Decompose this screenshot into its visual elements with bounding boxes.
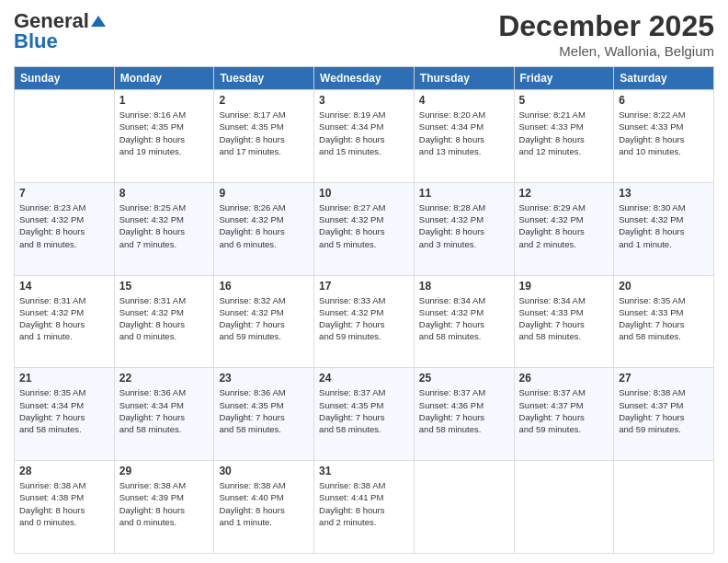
day-info: Sunrise: 8:31 AMSunset: 4:32 PMDaylight:… (119, 294, 210, 343)
day-info: Sunrise: 8:38 AMSunset: 4:41 PMDaylight:… (319, 479, 409, 528)
calendar-day-cell: 23Sunrise: 8:36 AMSunset: 4:35 PMDayligh… (214, 368, 314, 461)
day-info: Sunrise: 8:19 AMSunset: 4:34 PMDaylight:… (319, 109, 409, 157)
day-info: Sunrise: 8:38 AMSunset: 4:37 PMDaylight:… (619, 386, 709, 435)
day-info: Sunrise: 8:16 AMSunset: 4:35 PMDaylight:… (119, 109, 210, 157)
day-info: Sunrise: 8:35 AMSunset: 4:33 PMDaylight:… (619, 294, 709, 343)
day-number: 17 (319, 280, 409, 293)
day-number: 4 (419, 94, 509, 107)
calendar-table: SundayMondayTuesdayWednesdayThursdayFrid… (14, 66, 714, 554)
day-info: Sunrise: 8:22 AMSunset: 4:33 PMDaylight:… (619, 109, 709, 157)
day-info: Sunrise: 8:30 AMSunset: 4:32 PMDaylight:… (619, 201, 709, 250)
calendar-day-cell (514, 461, 614, 554)
calendar-day-cell: 21Sunrise: 8:35 AMSunset: 4:34 PMDayligh… (15, 368, 115, 461)
day-of-week-header: Sunday (15, 67, 115, 90)
day-number: 11 (419, 187, 509, 200)
day-number: 23 (219, 372, 309, 385)
day-number: 22 (119, 372, 210, 385)
calendar-day-cell: 25Sunrise: 8:37 AMSunset: 4:36 PMDayligh… (414, 368, 514, 461)
day-info: Sunrise: 8:33 AMSunset: 4:32 PMDaylight:… (319, 294, 409, 343)
day-of-week-header: Monday (114, 67, 214, 90)
day-info: Sunrise: 8:37 AMSunset: 4:37 PMDaylight:… (519, 386, 609, 435)
day-info: Sunrise: 8:29 AMSunset: 4:32 PMDaylight:… (519, 201, 609, 250)
day-number: 20 (619, 280, 709, 293)
day-info: Sunrise: 8:36 AMSunset: 4:34 PMDaylight:… (119, 386, 210, 435)
location-subtitle: Melen, Wallonia, Belgium (498, 43, 714, 59)
calendar-day-cell: 5Sunrise: 8:21 AMSunset: 4:33 PMDaylight… (514, 90, 614, 183)
day-number: 25 (419, 372, 509, 385)
calendar-week-row: 21Sunrise: 8:35 AMSunset: 4:34 PMDayligh… (15, 368, 714, 461)
day-info: Sunrise: 8:23 AMSunset: 4:32 PMDaylight:… (19, 201, 109, 250)
calendar-day-cell: 12Sunrise: 8:29 AMSunset: 4:32 PMDayligh… (514, 182, 614, 275)
calendar-day-cell (15, 90, 115, 183)
day-info: Sunrise: 8:38 AMSunset: 4:40 PMDaylight:… (219, 479, 309, 528)
calendar-day-cell: 24Sunrise: 8:37 AMSunset: 4:35 PMDayligh… (314, 368, 415, 461)
calendar-day-cell: 15Sunrise: 8:31 AMSunset: 4:32 PMDayligh… (114, 275, 214, 368)
day-info: Sunrise: 8:34 AMSunset: 4:32 PMDaylight:… (419, 294, 509, 343)
day-number: 18 (419, 280, 509, 293)
calendar-day-cell: 4Sunrise: 8:20 AMSunset: 4:34 PMDaylight… (414, 90, 514, 183)
calendar-day-cell: 26Sunrise: 8:37 AMSunset: 4:37 PMDayligh… (514, 368, 614, 461)
day-number: 24 (319, 372, 409, 385)
calendar-day-cell: 29Sunrise: 8:38 AMSunset: 4:39 PMDayligh… (114, 461, 214, 554)
calendar-day-cell: 3Sunrise: 8:19 AMSunset: 4:34 PMDaylight… (314, 90, 415, 183)
day-info: Sunrise: 8:25 AMSunset: 4:32 PMDaylight:… (119, 201, 210, 250)
day-info: Sunrise: 8:37 AMSunset: 4:35 PMDaylight:… (319, 386, 409, 435)
calendar-day-cell: 28Sunrise: 8:38 AMSunset: 4:38 PMDayligh… (15, 461, 115, 554)
day-number: 10 (319, 187, 409, 200)
calendar-day-cell: 19Sunrise: 8:34 AMSunset: 4:33 PMDayligh… (514, 275, 614, 368)
logo: General Blue (14, 9, 106, 53)
page-container: General Blue December 2025 Melen, Wallon… (0, 0, 728, 563)
day-number: 3 (319, 94, 409, 107)
day-number: 26 (519, 372, 609, 385)
calendar-day-cell: 20Sunrise: 8:35 AMSunset: 4:33 PMDayligh… (614, 275, 714, 368)
day-number: 8 (119, 187, 210, 200)
calendar-day-cell: 22Sunrise: 8:36 AMSunset: 4:34 PMDayligh… (114, 368, 214, 461)
calendar-day-cell: 30Sunrise: 8:38 AMSunset: 4:40 PMDayligh… (214, 461, 314, 554)
calendar-day-cell: 31Sunrise: 8:38 AMSunset: 4:41 PMDayligh… (314, 461, 415, 554)
day-info: Sunrise: 8:38 AMSunset: 4:39 PMDaylight:… (119, 479, 210, 528)
day-number: 30 (219, 465, 309, 477)
calendar-day-cell: 7Sunrise: 8:23 AMSunset: 4:32 PMDaylight… (15, 182, 115, 275)
header: General Blue December 2025 Melen, Wallon… (14, 9, 714, 59)
calendar-week-row: 28Sunrise: 8:38 AMSunset: 4:38 PMDayligh… (15, 461, 714, 554)
calendar-day-cell: 11Sunrise: 8:28 AMSunset: 4:32 PMDayligh… (414, 182, 514, 275)
day-info: Sunrise: 8:31 AMSunset: 4:32 PMDaylight:… (19, 294, 109, 343)
day-info: Sunrise: 8:34 AMSunset: 4:33 PMDaylight:… (519, 294, 609, 343)
logo-blue-text: Blue (14, 29, 58, 53)
day-info: Sunrise: 8:21 AMSunset: 4:33 PMDaylight:… (519, 109, 609, 157)
day-number: 29 (119, 465, 210, 477)
day-info: Sunrise: 8:36 AMSunset: 4:35 PMDaylight:… (219, 386, 309, 435)
day-of-week-header: Tuesday (214, 67, 314, 90)
day-number: 13 (619, 187, 709, 200)
calendar-day-cell: 10Sunrise: 8:27 AMSunset: 4:32 PMDayligh… (314, 182, 415, 275)
day-number: 9 (219, 187, 309, 200)
day-number: 19 (519, 280, 609, 293)
day-number: 14 (19, 280, 109, 293)
logo-icon (91, 14, 106, 29)
calendar-week-row: 1Sunrise: 8:16 AMSunset: 4:35 PMDaylight… (15, 90, 714, 183)
day-number: 16 (219, 280, 309, 293)
calendar-header-row: SundayMondayTuesdayWednesdayThursdayFrid… (15, 67, 714, 90)
day-info: Sunrise: 8:26 AMSunset: 4:32 PMDaylight:… (219, 201, 309, 250)
calendar-day-cell: 18Sunrise: 8:34 AMSunset: 4:32 PMDayligh… (414, 275, 514, 368)
day-number: 21 (19, 372, 109, 385)
day-info: Sunrise: 8:35 AMSunset: 4:34 PMDaylight:… (19, 386, 109, 435)
day-number: 27 (619, 372, 709, 385)
day-of-week-header: Thursday (414, 67, 514, 90)
calendar-day-cell: 27Sunrise: 8:38 AMSunset: 4:37 PMDayligh… (614, 368, 714, 461)
day-of-week-header: Saturday (614, 67, 714, 90)
day-number: 12 (519, 187, 609, 200)
calendar-day-cell: 9Sunrise: 8:26 AMSunset: 4:32 PMDaylight… (214, 182, 314, 275)
day-number: 28 (19, 465, 109, 477)
calendar-week-row: 7Sunrise: 8:23 AMSunset: 4:32 PMDaylight… (15, 182, 714, 275)
day-number: 2 (219, 94, 309, 107)
title-block: December 2025 Melen, Wallonia, Belgium (498, 9, 714, 59)
day-info: Sunrise: 8:38 AMSunset: 4:38 PMDaylight:… (19, 479, 109, 528)
calendar-day-cell: 13Sunrise: 8:30 AMSunset: 4:32 PMDayligh… (614, 182, 714, 275)
calendar-day-cell (414, 461, 514, 554)
day-of-week-header: Friday (514, 67, 614, 90)
day-number: 15 (119, 280, 210, 293)
calendar-day-cell: 8Sunrise: 8:25 AMSunset: 4:32 PMDaylight… (114, 182, 214, 275)
day-info: Sunrise: 8:20 AMSunset: 4:34 PMDaylight:… (419, 109, 509, 157)
day-of-week-header: Wednesday (314, 67, 415, 90)
